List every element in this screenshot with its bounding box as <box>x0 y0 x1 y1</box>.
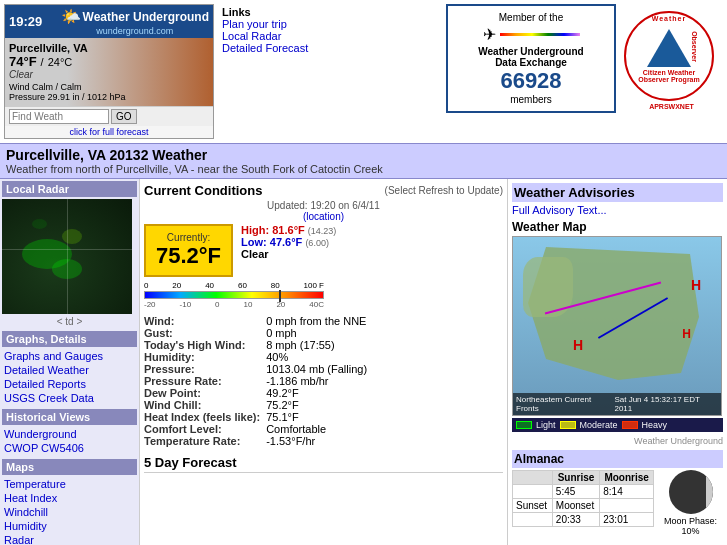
legend-heavy: Heavy <box>642 420 668 430</box>
high-low-box: High: 81.6°F (14.23) Low: 47.6°F (6.00) … <box>241 224 336 260</box>
graphs-gauges-link[interactable]: Graphs and Gauges <box>2 349 137 363</box>
almanac-title: Almanac <box>512 450 723 468</box>
map-credit: Weather Underground <box>512 436 723 446</box>
table-row: Humidity: 40% <box>144 351 367 363</box>
member-box: Member of the ✈ Weather Underground Data… <box>446 4 616 113</box>
maps-section: Maps Temperature Heat Index Windchill Hu… <box>2 459 137 545</box>
conditions-header: Current Conditions (Select Refresh to Up… <box>144 183 503 198</box>
table-row: Pressure: 1013.04 mb (Falling) <box>144 363 367 375</box>
detailed-forecast-link[interactable]: Detailed Forecast <box>222 42 308 54</box>
almanac-content: Sunrise Moonrise 5:45 8:14 Sunset Moonse… <box>512 470 723 536</box>
table-row: Pressure Rate: -1.186 mb/hr <box>144 375 367 387</box>
almanac-row: 5:45 8:14 <box>513 485 654 499</box>
center-content: Current Conditions (Select Refresh to Up… <box>140 179 507 545</box>
almanac-row: 20:33 23:01 <box>513 513 654 527</box>
condition-label: Clear <box>241 248 336 260</box>
usgs-creek-link[interactable]: USGS Creek Data <box>2 391 137 405</box>
scale-indicator <box>279 290 281 302</box>
moderate-legend <box>560 421 576 429</box>
plane-icon: ✈ <box>483 25 496 44</box>
temp-box: Currently: 75.2°F <box>144 224 233 277</box>
widget-temp-f: 74°F <box>9 54 37 69</box>
wu-find-bar: GO <box>5 106 213 126</box>
temp-scale: 0 20 40 60 80 100 F -20 -10 0 10 <box>144 281 503 309</box>
table-row: Comfort Level: Comfortable <box>144 423 367 435</box>
find-weather-input[interactable] <box>9 109 109 124</box>
legend-moderate: Moderate <box>580 420 618 430</box>
members-label: members <box>460 94 602 105</box>
conditions-table: Wind: 0 mph from the NNE Gust: 0 mph Tod… <box>144 315 367 447</box>
weather-map-title: Weather Map <box>512 220 723 234</box>
cw-top-text: Weather <box>652 15 687 22</box>
windchill-map-link[interactable]: Windchill <box>2 505 137 519</box>
table-row: Wind: 0 mph from the NNE <box>144 315 367 327</box>
plan-trip-link[interactable]: Plan your trip <box>222 18 308 30</box>
widget-condition: Clear <box>9 69 209 80</box>
temperature-map-link[interactable]: Temperature <box>2 477 137 491</box>
forecast-section: 5 Day Forecast <box>144 455 503 473</box>
location-link[interactable]: (location) <box>303 211 344 222</box>
heat-index-map-link[interactable]: Heat Index <box>2 491 137 505</box>
moon-phase-label: Moon Phase: <box>658 516 723 526</box>
page-title: Purcellville, VA 20132 Weather <box>6 147 721 163</box>
conditions-updated: Updated: 19:20 on 6/4/11 (location) <box>144 200 503 222</box>
detailed-reports-link[interactable]: Detailed Reports <box>2 377 137 391</box>
sidebar: Local Radar < td > Graphs, Details Graph… <box>0 179 140 545</box>
table-row: Wind Chill: 75.2°F <box>144 399 367 411</box>
member-of-label: Member of the <box>460 12 602 23</box>
right-panel: Weather Advisories Full Advisory Text...… <box>507 179 727 545</box>
local-radar-title: Local Radar <box>2 181 137 197</box>
widget-pressure: Pressure 29.91 in / 1012 hPa <box>9 92 209 102</box>
radar-map-link[interactable]: Radar <box>2 533 137 545</box>
links-title: Links <box>222 6 308 18</box>
td-label: < td > <box>2 316 137 327</box>
moon-phase-pct: 10% <box>658 526 723 536</box>
table-row: Gust: 0 mph <box>144 327 367 339</box>
cwop-link[interactable]: CWOP CW5406 <box>2 441 137 455</box>
scale-c-labels: -20 -10 0 10 20 40C <box>144 300 324 309</box>
weather-map: H H H Northeastern Current Fronts Sat Ju… <box>512 236 722 416</box>
local-radar-section: Local Radar < td > <box>2 181 137 327</box>
page-title-bar: Purcellville, VA 20132 Weather Weather f… <box>0 143 727 179</box>
widget-temp-c: 24°C <box>48 56 73 68</box>
legend-light: Light <box>536 420 556 430</box>
map-date: Sat Jun 4 15:32:17 EDT 2011 <box>614 395 718 413</box>
header-links: Links Plan your trip Local Radar Detaile… <box>222 6 308 54</box>
wu-widget-top: 19:29 🌤️ Weather Underground wundergroun… <box>5 5 213 38</box>
go-button[interactable]: GO <box>111 109 137 124</box>
almanac-header-row: Sunrise Moonrise <box>513 471 654 485</box>
wunderground-hist-link[interactable]: Wunderground <box>2 427 137 441</box>
wu-exchange-label: Weather Underground Data Exchange <box>460 46 602 68</box>
table-row: Dew Point: 49.2°F <box>144 387 367 399</box>
local-radar-link[interactable]: Local Radar <box>222 30 308 42</box>
detailed-weather-link[interactable]: Detailed Weather <box>2 363 137 377</box>
low-temp: Low: 47.6°F (6.00) <box>241 236 336 248</box>
cloud-icon: 🌤️ <box>61 7 81 26</box>
graphs-section: Graphs, Details Graphs and Gauges Detail… <box>2 331 137 405</box>
humidity-map-link[interactable]: Humidity <box>2 519 137 533</box>
light-legend <box>516 421 532 429</box>
moon-phase-box: Moon Phase: 10% <box>658 470 723 536</box>
main-layout: Local Radar < td > Graphs, Details Graph… <box>0 179 727 545</box>
widget-location: Purcellville, VA <box>9 42 209 54</box>
moon-circle <box>669 470 713 514</box>
maps-title: Maps <box>2 459 137 475</box>
full-forecast-link[interactable]: click for full forecast <box>69 127 148 137</box>
moon-light-area <box>706 470 713 514</box>
select-refresh: (Select Refresh to Update) <box>385 185 503 196</box>
full-advisory-link[interactable]: Full Advisory Text... <box>512 204 723 216</box>
almanac-row: Sunset Moonset <box>513 499 654 513</box>
table-row: Heat Index (feels like): 75.1°F <box>144 411 367 423</box>
table-row: Temperature Rate: -1.53°F/hr <box>144 435 367 447</box>
widget-url: wunderground.com <box>96 26 173 36</box>
header-right: Member of the ✈ Weather Underground Data… <box>446 4 723 113</box>
historical-section: Historical Views Wunderground CWOP CW540… <box>2 409 137 455</box>
map-caption: Northeastern Current Fronts <box>516 395 614 413</box>
member-count: 66928 <box>460 68 602 94</box>
conditions-title: Current Conditions <box>144 183 262 198</box>
widget-time: 19:29 <box>9 14 42 29</box>
current-temp: 75.2°F <box>156 243 221 269</box>
map-legend: Light Moderate Heavy <box>512 418 723 432</box>
almanac-table: Sunrise Moonrise 5:45 8:14 Sunset Moonse… <box>512 470 654 527</box>
wu-widget: 19:29 🌤️ Weather Underground wundergroun… <box>4 4 214 139</box>
